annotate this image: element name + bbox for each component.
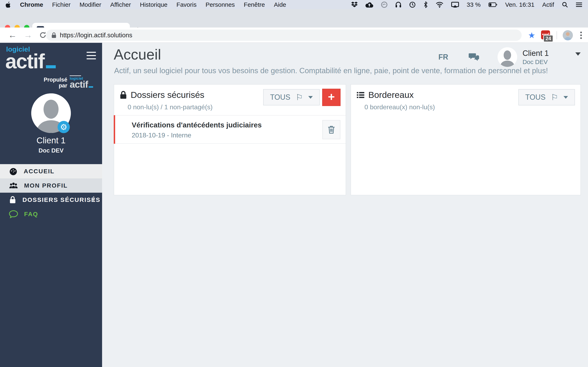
messages-icon[interactable] [468,53,479,62]
app-logo[interactable]: actif [5,51,56,71]
sidebar-item-dossiers-securises[interactable]: DOSSIERS SÉCURISÉS ‹ [0,193,102,207]
sidebar-item-faq[interactable]: FAQ [0,207,102,221]
flag-icon: ⚐ [551,93,558,101]
apple-logo-icon[interactable] [6,2,11,8]
lock-icon [9,196,16,204]
airplay-display-icon[interactable] [451,2,459,8]
card-title-text: Bordereaux [368,90,414,100]
menubar-clock[interactable]: Ven. 16:31 [505,1,534,8]
page-subtitle: Actif, un seul logiciel pour tous vos be… [114,67,548,75]
card-subtitle: 0 bordereau(x) non-lu(s) [364,103,435,111]
browser-profile-avatar[interactable] [563,30,573,40]
time-machine-icon[interactable] [409,1,416,8]
dossiers-filter-button[interactable]: TOUS ⚐ [263,89,320,105]
logo-underscore [46,65,56,68]
creative-cloud-icon[interactable] [381,1,388,8]
powered-logo: logiciel actif [70,75,93,89]
menubar-item-aide[interactable]: Aide [274,1,286,8]
browser-menu-icon[interactable] [579,32,584,39]
header-client-name: Client 1 [522,49,549,58]
faq-chat-bubble-icon [9,210,18,218]
menubar-item-fenetre[interactable]: Fenêtre [244,1,265,8]
powered-line1: Propulsé [44,77,67,83]
card-title-text: Dossiers sécurisés [131,90,204,100]
card-dossiers-securises: Dossiers sécurisés 0 non-lu(s) / 1 non-p… [114,84,346,195]
avatar-settings-gear-icon[interactable]: ⚙ [58,121,70,133]
powered-by-block: Propulsé par logiciel actif [44,75,93,89]
menubar-item-personnes[interactable]: Personnes [206,1,235,8]
browser-toolbar: ← → https://login.actif.solutions ★ 24 [0,27,588,43]
menubar-item-historique[interactable]: Historique [140,1,167,8]
app-sidebar: logiciel actif Propulsé par logiciel act… [0,43,102,367]
dossier-list-item[interactable]: Vérifications d'antécédents judiciaires … [114,115,346,144]
menubar-active-app[interactable]: Actif [542,1,554,8]
forward-button[interactable]: → [24,31,32,39]
bordereaux-filter-button[interactable]: TOUS ⚐ [518,89,575,105]
bluetooth-icon[interactable] [424,1,428,8]
caret-down-icon [563,96,568,99]
bookmark-star-icon[interactable]: ★ [528,31,535,39]
menubar-item-favoris[interactable]: Favoris [176,1,196,8]
dropbox-icon[interactable] [351,2,358,8]
chevron-left-icon[interactable]: ‹ [93,195,95,204]
sidebar-client-name: Client 1 [0,136,102,145]
https-lock-icon[interactable] [51,32,57,39]
menubar-item-modifier[interactable]: Modifier [79,1,101,8]
list-icon [356,91,365,100]
header-client-role: Doc DEV [522,58,549,66]
dossier-meta: 2018-10-19 - Interne [132,132,191,139]
sidebar-toggle-icon[interactable] [86,52,96,59]
address-bar[interactable]: https://login.actif.solutions [46,30,522,41]
back-button[interactable]: ← [8,31,17,39]
powered-line2: par [44,83,67,89]
card-bordereaux: Bordereaux 0 bordereau(x) non-lu(s) TOUS… [351,84,581,195]
language-selector[interactable]: FR [438,53,448,61]
dossier-title: Vérifications d'antécédents judiciaires [132,121,262,129]
caret-down-icon [308,96,313,99]
sidebar-item-mon-profil[interactable]: MON PROFIL [0,178,102,193]
headphones-icon[interactable] [395,1,401,8]
menubar-item-afficher[interactable]: Afficher [110,1,131,8]
header-client-avatar[interactable] [498,47,517,67]
battery-icon [488,2,497,7]
sidebar-item-label: ACCUEIL [24,168,54,175]
sidebar-item-accueil[interactable]: ACCUEIL [0,164,102,178]
extension-badge: 24 [543,35,553,42]
spotlight-search-icon[interactable] [562,2,568,8]
reload-button[interactable] [39,31,47,39]
header-controls: FR Client 1 Doc DEV [438,47,581,67]
add-dossier-button[interactable]: + [322,89,341,106]
extension-lastpass-icon[interactable]: 24 [541,30,551,40]
wifi-icon[interactable] [436,2,443,8]
battery-percentage: 33 % [467,1,481,8]
sidebar-item-label: MON PROFIL [24,182,68,189]
notification-center-icon[interactable] [576,2,582,7]
backup-cloud-icon[interactable] [365,2,373,8]
sidebar-item-label: FAQ [24,211,38,217]
card-subtitle: 0 non-lu(s) / 1 non-partagé(s) [128,103,213,111]
menubar-item-chrome[interactable]: Chrome [20,1,43,8]
menubar-item-fichier[interactable]: Fichier [52,1,70,8]
browser-tabstrip: a Logiciel Actif inc. × + [0,9,588,27]
delete-dossier-button[interactable] [322,120,340,139]
flag-icon: ⚐ [296,93,303,101]
lock-icon [119,91,127,100]
account-dropdown-caret-icon[interactable] [575,52,581,56]
dashboard-gauge-icon [9,167,17,175]
sidebar-nav: ACCUEIL MON PROFIL DOSSIERS SÉCURISÉS ‹ … [0,164,102,221]
main-content: Accueil Actif, un seul logiciel pour tou… [102,43,588,367]
page-title: Accueil [114,46,161,63]
url-text[interactable]: https://login.actif.solutions [60,32,132,39]
users-group-icon [9,181,18,190]
toolbar-divider [557,31,557,39]
sidebar-item-label: DOSSIERS SÉCURISÉS [22,196,100,203]
macos-menubar: Chrome Fichier Modifier Afficher Histori… [0,0,588,9]
sidebar-client-role: Doc DEV [0,147,102,154]
